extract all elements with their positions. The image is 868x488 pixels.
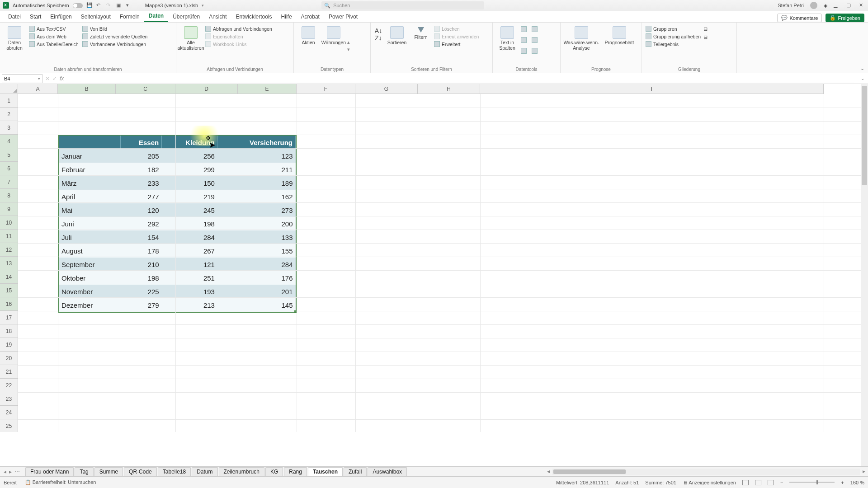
ribbon-tab-überprüfen[interactable]: Überprüfen — [168, 12, 204, 22]
enter-fx-icon[interactable]: ✓ — [52, 75, 57, 82]
row-header[interactable]: 9 — [0, 202, 18, 216]
table-cell[interactable]: 193 — [162, 285, 217, 298]
table-cell[interactable]: 277 — [120, 190, 161, 203]
ribbon-tab-start[interactable]: Start — [25, 12, 46, 22]
relations-icon[interactable] — [532, 37, 538, 43]
table-cell[interactable]: 279 — [120, 298, 161, 312]
ribbon-item[interactable]: Vorhandene Verbindungen — [81, 41, 149, 47]
table-cell[interactable]: 121 — [162, 258, 217, 271]
consolidate-icon[interactable] — [532, 26, 538, 32]
flash-fill-icon[interactable] — [521, 26, 527, 32]
whatif-button[interactable]: Was-wäre-wenn-Analyse — [563, 24, 599, 66]
sheet-tab[interactable]: Tag — [75, 467, 93, 476]
undo-icon[interactable]: ↶ — [96, 2, 103, 9]
table-cell[interactable]: 284 — [162, 230, 217, 244]
table-header[interactable]: Versicherung — [217, 136, 296, 149]
accessibility-status[interactable]: 📋 Barrierefreiheit: Untersuchen — [25, 479, 96, 485]
sheet-tab[interactable]: QR-Code — [124, 467, 157, 476]
table-cell[interactable]: 219 — [162, 190, 217, 203]
zoom-out-icon[interactable]: − — [780, 480, 783, 485]
table-cell[interactable]: 200 — [217, 217, 296, 230]
ribbon-item[interactable]: Von Bild — [81, 25, 149, 32]
column-header[interactable]: E — [238, 84, 297, 94]
table-cell[interactable]: 178 — [120, 244, 161, 258]
table-cell[interactable]: 201 — [217, 285, 296, 298]
table-cell[interactable]: 176 — [217, 271, 296, 285]
save-icon[interactable]: 💾 — [86, 2, 93, 9]
ribbon-tab-entwicklertools[interactable]: Entwicklertools — [231, 12, 277, 22]
select-all-button[interactable] — [0, 84, 18, 94]
ribbon-tab-formeln[interactable]: Formeln — [115, 12, 144, 22]
table-header[interactable]: Essen — [120, 136, 161, 149]
datatype-prev-icon[interactable]: ▴ — [347, 39, 354, 45]
ribbon-tab-hilfe[interactable]: Hilfe — [277, 12, 297, 22]
datatype-next-icon[interactable]: ▾ — [347, 47, 354, 52]
minimize-icon[interactable]: ▁ — [834, 2, 840, 9]
table-cell[interactable]: 189 — [217, 176, 296, 190]
ribbon-tab-daten[interactable]: Daten — [144, 11, 168, 22]
column-header[interactable]: I — [480, 84, 824, 94]
zoom-level[interactable]: 160 % — [850, 480, 864, 485]
sort-az-icon[interactable]: A↓ — [375, 27, 382, 34]
row-header[interactable]: 1 — [0, 94, 18, 108]
ribbon-tab-seitenlayout[interactable]: Seitenlayout — [76, 12, 115, 22]
table-cell[interactable]: 233 — [120, 176, 161, 190]
row-header[interactable]: 19 — [0, 338, 18, 352]
data-model-icon[interactable] — [532, 48, 538, 54]
table-header[interactable] — [59, 136, 120, 149]
row-header[interactable]: 15 — [0, 284, 18, 297]
view-normal-icon[interactable] — [742, 480, 749, 485]
cancel-fx-icon[interactable]: ✕ — [45, 75, 50, 82]
ribbon-item[interactable]: Teilergebnis — [645, 41, 702, 47]
row-header[interactable]: 20 — [0, 352, 18, 365]
horizontal-scrollbar[interactable]: ◂▸ — [552, 469, 860, 475]
text-to-columns-button[interactable]: Text in Spalten — [495, 24, 519, 66]
table-cell[interactable]: 120 — [120, 203, 161, 217]
outline-hide-icon[interactable]: ⊟ — [703, 34, 714, 40]
sheet-menu-icon[interactable]: ⋯ — [14, 469, 20, 475]
table-cell[interactable]: September — [59, 258, 120, 271]
ribbon-tab-acrobat[interactable]: Acrobat — [297, 12, 324, 22]
row-header[interactable]: 6 — [0, 162, 18, 175]
sheet-tab[interactable]: KG — [265, 467, 283, 476]
ribbon-item[interactable]: Aus dem Web — [28, 33, 80, 40]
table-cell[interactable]: 245 — [162, 203, 217, 217]
table-cell[interactable]: Juni — [59, 217, 120, 230]
ribbon-item[interactable]: Erweitert — [433, 41, 480, 47]
row-header[interactable]: 11 — [0, 230, 18, 243]
row-header[interactable]: 8 — [0, 189, 18, 202]
sheet-tab[interactable]: Frau oder Mann — [25, 467, 74, 476]
row-header[interactable]: 17 — [0, 311, 18, 324]
row-header[interactable]: 24 — [0, 406, 18, 419]
table-cell[interactable]: 273 — [217, 203, 296, 217]
ribbon-tab-ansicht[interactable]: Ansicht — [204, 12, 231, 22]
table-cell[interactable]: Februar — [59, 163, 120, 176]
view-break-icon[interactable] — [768, 480, 774, 485]
user-name[interactable]: Stefan Petri — [778, 3, 804, 8]
column-header[interactable]: A — [18, 84, 58, 94]
table-cell[interactable]: 205 — [120, 149, 161, 163]
row-header[interactable]: 14 — [0, 270, 18, 284]
forecast-button[interactable]: Prognoseblatt — [601, 24, 637, 66]
sheet-tab[interactable]: Datum — [192, 467, 217, 476]
table-cell[interactable]: 123 — [217, 149, 296, 163]
row-header[interactable]: 18 — [0, 324, 18, 338]
refresh-all-button[interactable]: Alle aktualisieren — [179, 24, 203, 66]
sheet-tab[interactable]: Auswahlbox — [368, 467, 407, 476]
row-header[interactable]: 3 — [0, 121, 18, 135]
stocks-button[interactable]: Aktien — [297, 24, 320, 66]
table-cell[interactable]: 211 — [217, 163, 296, 176]
row-header[interactable]: 7 — [0, 175, 18, 189]
column-header[interactable]: G — [355, 84, 418, 94]
table-cell[interactable]: 154 — [120, 230, 161, 244]
formula-input[interactable] — [66, 74, 854, 83]
table-cell[interactable]: 225 — [120, 285, 161, 298]
table-cell[interactable]: 133 — [217, 230, 296, 244]
column-header[interactable]: F — [297, 84, 355, 94]
display-settings[interactable]: 🖥 Anzeigeeinstellungen — [683, 480, 736, 485]
table-cell[interactable]: Mai — [59, 203, 120, 217]
ribbon-item[interactable]: Aus Tabelle/Bereich — [28, 41, 80, 47]
table-cell[interactable]: 299 — [162, 163, 217, 176]
filter-button[interactable]: Filtern — [410, 24, 431, 66]
spreadsheet-grid[interactable]: ABCDEFGHI 123456789101112131415161718192… — [0, 84, 868, 432]
